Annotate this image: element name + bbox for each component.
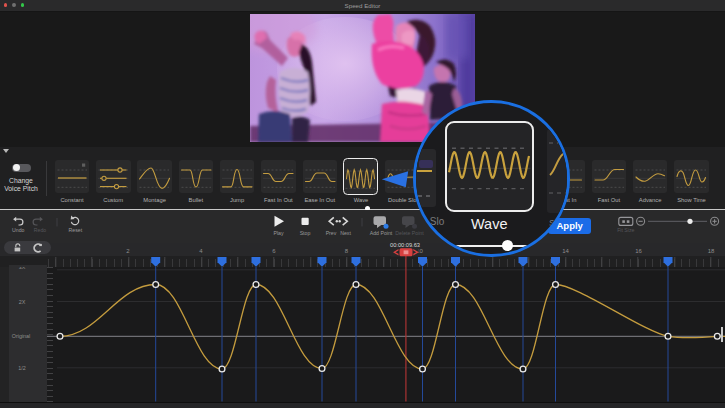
svg-text:00:00:09.63: 00:00:09.63 (390, 243, 420, 248)
svg-text:2: 2 (126, 248, 130, 254)
svg-text:4: 4 (199, 248, 203, 254)
svg-text:16: 16 (635, 248, 642, 254)
svg-text:8: 8 (345, 248, 349, 254)
svg-text:14: 14 (562, 248, 569, 254)
svg-text:18: 18 (708, 248, 715, 254)
svg-text:6: 6 (272, 248, 276, 254)
